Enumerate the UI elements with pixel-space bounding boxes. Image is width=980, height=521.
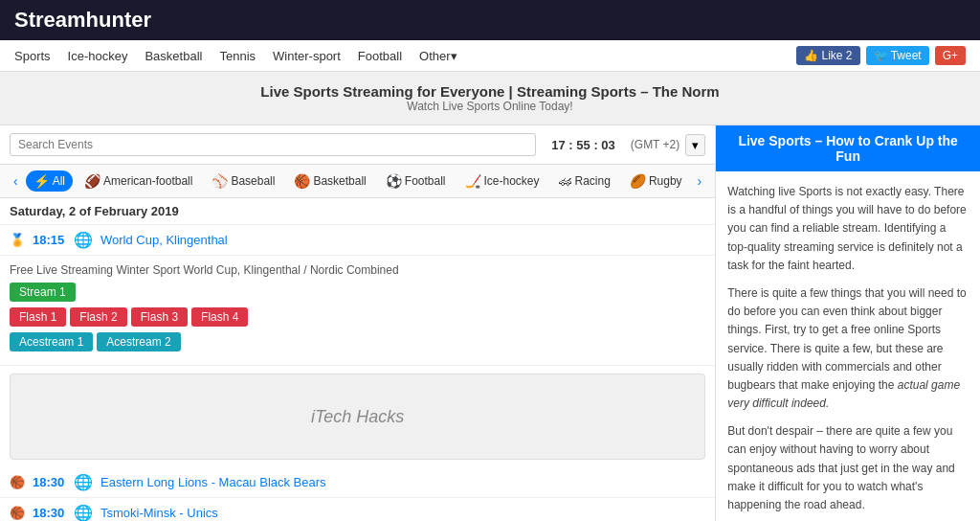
football-icon: ⚽ (386, 173, 402, 189)
stream-area: Free Live Streaming Winter Sport World C… (0, 256, 715, 366)
twitter-tweet-button[interactable]: 🐦 Tweet (866, 46, 929, 65)
featured-event-link[interactable]: World Cup, Klingenthal (100, 233, 228, 247)
featured-event-time: 18:15 (33, 233, 66, 247)
rugby-icon: 🏉 (630, 173, 646, 189)
sidebar-p3: But don't despair – there are quite a fe… (727, 422, 969, 514)
baseball-icon: ⚾ (212, 173, 228, 189)
timezone-label: (GMT +2) (631, 138, 679, 151)
nav-icehockey[interactable]: Ice-hockey (68, 49, 128, 63)
tab-rugby-label: Rugby (649, 174, 682, 188)
ace-buttons-row: Acestream 1 Acestream 2 (10, 332, 705, 351)
sidebar-p1: Watching live Sports is not exactly easy… (727, 183, 969, 275)
tab-ice-hockey-label: Ice-hockey (484, 174, 540, 188)
social-buttons: 👍 Like 2 🐦 Tweet G+ (796, 46, 966, 65)
event-time: 18:30 (33, 475, 66, 489)
main-nav: Sports Ice-hockey Basketball Tennis Wint… (0, 40, 980, 72)
nav-other[interactable]: Other▾ (419, 49, 457, 63)
lightning-icon: ⚡ (33, 173, 50, 189)
nav-links: Sports Ice-hockey Basketball Tennis Wint… (14, 49, 457, 63)
acestream2-button[interactable]: Acestream 2 (97, 332, 180, 351)
flash3-button[interactable]: Flash 3 (131, 307, 188, 327)
sidebar-section1-title: Live Sports – How to Crank Up the Fun (716, 125, 980, 171)
main-layout: 17 : 55 : 03 (GMT +2) ▾ ‹ ⚡ All 🏈 Americ… (0, 125, 980, 521)
event-link[interactable]: Tsmoki-Minsk - Unics (100, 506, 218, 520)
featured-event-row: 🏅 18:15 🌐 World Cup, Klingenthal (0, 225, 715, 256)
event-link[interactable]: Eastern Long Lions - Macau Black Bears (100, 475, 326, 489)
tab-football[interactable]: ⚽ Football (378, 170, 454, 192)
site-title: Streamhunter (14, 8, 966, 33)
event-time: 18:30 (33, 506, 66, 520)
flash4-button[interactable]: Flash 4 (191, 307, 248, 327)
tab-all-label: All (53, 174, 65, 188)
tab-baseball[interactable]: ⚾ Baseball (204, 170, 282, 192)
timezone-dropdown[interactable]: ▾ (685, 134, 705, 156)
tab-baseball-label: Baseball (231, 174, 275, 188)
nav-wintersport[interactable]: Winter-sport (273, 49, 341, 63)
basketball-sport-icon: 🏀 (10, 475, 25, 489)
nav-sports[interactable]: Sports (14, 49, 51, 63)
tab-basketball-label: Basketball (313, 174, 366, 188)
event-row: 🏀 18:30 🌐 Tsmoki-Minsk - Unics (0, 498, 715, 521)
stream-description: Free Live Streaming Winter Sport World C… (10, 263, 705, 277)
event-row: 🏀 18:30 🌐 Eastern Long Lions - Macau Bla… (0, 467, 715, 498)
sidebar-p2: There is quite a few things that you wil… (727, 284, 969, 413)
search-input[interactable] (10, 133, 536, 156)
flash2-button[interactable]: Flash 2 (70, 307, 126, 327)
acestream1-button[interactable]: Acestream 1 (10, 332, 93, 351)
featured-event-globe-icon: 🌐 (74, 231, 93, 249)
stream-buttons-row1: Stream 1 (10, 283, 705, 302)
flash1-button[interactable]: Flash 1 (10, 307, 66, 327)
banner-subtitle: Watch Live Sports Online Today! (11, 100, 969, 113)
stream1-button[interactable]: Stream 1 (10, 283, 76, 302)
nav-basketball[interactable]: Basketball (145, 49, 202, 63)
sport-tabs: ‹ ⚡ All 🏈 American-football ⚾ Baseball 🏀… (0, 165, 715, 198)
globe-icon: 🌐 (74, 473, 93, 491)
racing-icon: 🏎 (559, 173, 572, 189)
nav-tennis[interactable]: Tennis (219, 49, 256, 63)
banner-title: Live Sports Streaming for Everyone | Str… (11, 83, 969, 100)
sport-category-icon: 🏅 (10, 233, 25, 247)
american-football-icon: 🏈 (84, 173, 100, 189)
event-list: 🏀 18:30 🌐 Eastern Long Lions - Macau Bla… (0, 467, 715, 521)
tab-football-label: Football (405, 174, 446, 188)
tab-ice-hockey[interactable]: 🏒 Ice-hockey (457, 170, 547, 192)
tab-racing-label: Racing (575, 174, 611, 188)
site-header: Streamhunter (0, 0, 980, 40)
tab-american-football-label: American-football (103, 174, 192, 188)
sidebar: Live Sports – How to Crank Up the Fun Wa… (716, 125, 980, 521)
tab-basketball[interactable]: 🏀 Basketball (286, 170, 373, 192)
tab-racing[interactable]: 🏎 Racing (551, 170, 618, 192)
basketball-icon: 🏀 (294, 173, 310, 189)
sport-tabs-next[interactable]: › (694, 173, 706, 189)
facebook-like-button[interactable]: 👍 Like 2 (796, 46, 859, 65)
banner: Live Sports Streaming for Everyone | Str… (0, 72, 980, 125)
flash-buttons-row: Flash 1 Flash 2 Flash 3 Flash 4 (10, 307, 705, 327)
tab-american-football[interactable]: 🏈 American-football (77, 170, 200, 192)
time-display: 17 : 55 : 03 (542, 138, 625, 152)
google-plus-button[interactable]: G+ (935, 46, 966, 65)
tab-rugby[interactable]: 🏉 Rugby (622, 170, 690, 192)
placeholder-text: iTech Hacks (311, 407, 404, 427)
date-header: Saturday, 2 of February 2019 (0, 198, 715, 225)
globe-icon: 🌐 (74, 504, 93, 521)
sport-tabs-prev[interactable]: ‹ (10, 173, 22, 189)
ice-hockey-icon: 🏒 (465, 173, 481, 189)
search-bar: 17 : 55 : 03 (GMT +2) ▾ (0, 125, 715, 165)
tab-all[interactable]: ⚡ All (26, 170, 73, 192)
sidebar-section1-body: Watching live Sports is not exactly easy… (716, 171, 980, 521)
basketball-sport-icon: 🏀 (10, 506, 25, 520)
nav-football[interactable]: Football (358, 49, 402, 63)
ad-placeholder: iTech Hacks (10, 374, 705, 460)
content-area: 17 : 55 : 03 (GMT +2) ▾ ‹ ⚡ All 🏈 Americ… (0, 125, 716, 521)
